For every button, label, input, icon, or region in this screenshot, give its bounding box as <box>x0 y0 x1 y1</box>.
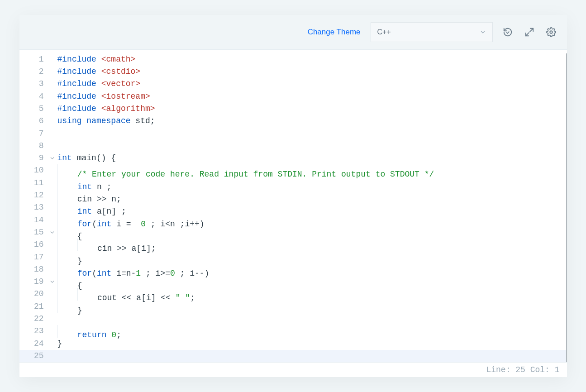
fold-gutter <box>48 189 57 201</box>
svg-line-1 <box>525 33 529 36</box>
code-content <box>57 128 566 140</box>
code-line[interactable]: 12 cin >> n; <box>19 189 566 201</box>
line-number: 23 <box>19 325 48 337</box>
code-content: int a[n] ; <box>57 201 566 214</box>
code-content: return 0; <box>57 325 566 337</box>
fold-gutter <box>48 301 57 313</box>
fold-gutter <box>48 128 57 140</box>
code-line[interactable]: 24} <box>19 338 566 350</box>
reset-icon <box>503 27 513 37</box>
fold-gutter <box>48 177 57 189</box>
line-number: 8 <box>19 140 48 152</box>
code-line[interactable]: 9int main() { <box>19 152 566 164</box>
fullscreen-icon <box>524 27 534 37</box>
settings-button[interactable] <box>544 25 558 39</box>
fold-gutter <box>48 263 57 276</box>
code-line[interactable]: 15 { <box>19 226 566 239</box>
code-line[interactable]: 20 cout << a[i] << " "; <box>19 288 566 300</box>
change-theme-button[interactable]: Change Theme <box>306 25 362 39</box>
code-line[interactable]: 4#include <iostream> <box>19 91 566 103</box>
language-select[interactable]: C++ <box>371 22 493 42</box>
svg-point-2 <box>550 31 553 33</box>
code-line[interactable]: 5#include <algorithm> <box>19 103 566 115</box>
fold-gutter <box>48 201 57 214</box>
code-content <box>57 140 566 152</box>
fold-gutter <box>48 288 57 300</box>
fold-gutter <box>48 164 57 177</box>
status-bar: Line: 25 Col: 1 <box>19 362 567 377</box>
code-editor[interactable]: 1#include <cmath>2#include <cstdio>3#inc… <box>19 49 567 377</box>
fold-gutter <box>48 91 57 103</box>
line-number: 16 <box>19 239 48 251</box>
code-content: } <box>57 251 566 263</box>
code-content: #include <vector> <box>57 78 566 90</box>
code-content: int main() { <box>57 152 566 164</box>
line-number: 3 <box>19 78 48 90</box>
code-line[interactable]: 16 cin >> a[i]; <box>19 239 566 251</box>
code-content: } <box>57 301 566 313</box>
fold-gutter <box>48 214 57 226</box>
code-content: { <box>57 226 566 239</box>
code-line[interactable]: 8 <box>19 140 566 152</box>
line-number: 5 <box>19 103 48 115</box>
line-number: 11 <box>19 177 48 189</box>
code-line[interactable]: 3#include <vector> <box>19 78 566 90</box>
line-number: 13 <box>19 201 48 214</box>
line-number: 7 <box>19 128 48 140</box>
fold-gutter[interactable] <box>48 152 57 164</box>
code-content: #include <algorithm> <box>57 103 566 115</box>
line-number: 19 <box>19 276 48 288</box>
fold-gutter <box>48 53 57 66</box>
code-line[interactable]: 1#include <cmath> <box>19 53 566 66</box>
language-select-value: C++ <box>377 28 391 36</box>
fold-gutter <box>48 338 57 350</box>
fold-gutter[interactable] <box>48 226 57 239</box>
fold-gutter <box>48 239 57 251</box>
code-line[interactable]: 7 <box>19 128 566 140</box>
fold-gutter <box>48 78 57 90</box>
code-editor-panel: Change Theme C++ <box>19 15 567 377</box>
code-content: using namespace std; <box>57 115 566 127</box>
line-number: 25 <box>19 350 48 362</box>
code-line[interactable]: 2#include <cstdio> <box>19 66 566 78</box>
fold-gutter[interactable] <box>48 276 57 288</box>
gear-icon <box>546 27 556 37</box>
line-number: 1 <box>19 53 48 66</box>
code-line[interactable]: 13 int a[n] ; <box>19 201 566 214</box>
reset-code-button[interactable] <box>501 25 515 39</box>
line-number: 14 <box>19 214 48 226</box>
code-line[interactable]: 17 } <box>19 251 566 263</box>
code-content <box>57 313 566 325</box>
line-number: 24 <box>19 338 48 350</box>
code-content: cin >> a[i]; <box>57 239 566 251</box>
fold-gutter <box>48 115 57 127</box>
code-line[interactable]: 10 /* Enter your code here. Read input f… <box>19 164 566 177</box>
line-number: 18 <box>19 263 48 276</box>
code-line[interactable]: 19 { <box>19 276 566 288</box>
code-content <box>57 350 566 362</box>
chevron-down-icon <box>480 29 486 35</box>
code-content: cin >> n; <box>57 189 566 201</box>
fullscreen-button[interactable] <box>523 25 536 39</box>
fold-gutter <box>48 350 57 362</box>
fold-gutter <box>48 313 57 325</box>
line-number: 9 <box>19 152 48 164</box>
code-line[interactable]: 23 return 0; <box>19 325 566 337</box>
line-number: 12 <box>19 189 48 201</box>
fold-gutter <box>48 103 57 115</box>
code-content: cout << a[i] << " "; <box>57 288 566 300</box>
line-number: 4 <box>19 91 48 103</box>
code-content: for(int i=n-1 ; i>=0 ; i--) <box>57 263 566 276</box>
fold-gutter <box>48 140 57 152</box>
fold-gutter <box>48 325 57 337</box>
code-line[interactable]: 14 for(int i = 0 ; i<n ;i++) <box>19 214 566 226</box>
code-line[interactable]: 25 <box>19 350 566 362</box>
code-line[interactable]: 11 int n ; <box>19 177 566 189</box>
code-line[interactable]: 22 <box>19 313 566 325</box>
code-line[interactable]: 6using namespace std; <box>19 115 566 127</box>
code-content: #include <iostream> <box>57 91 566 103</box>
line-number: 21 <box>19 301 48 313</box>
code-line[interactable]: 21 } <box>19 301 566 313</box>
code-line[interactable]: 18 for(int i=n-1 ; i>=0 ; i--) <box>19 263 566 276</box>
line-number: 22 <box>19 313 48 325</box>
